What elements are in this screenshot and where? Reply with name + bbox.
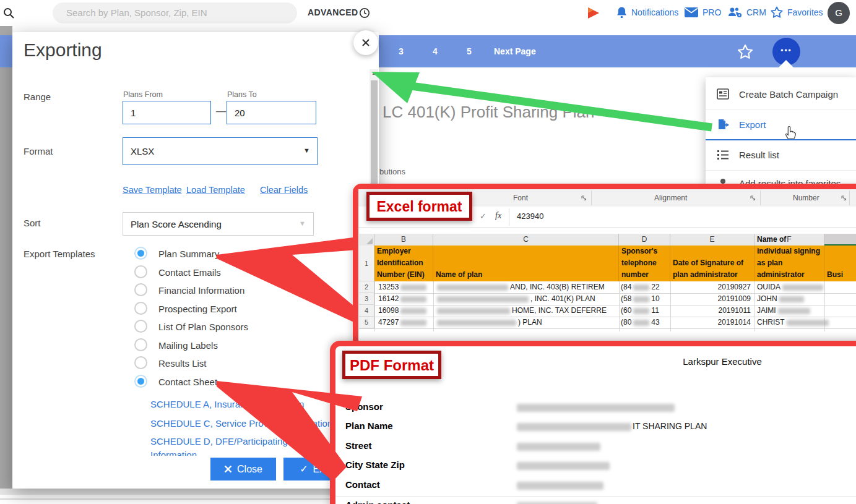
history-clock-icon[interactable]: [359, 7, 370, 19]
cell-phone[interactable]: (5810: [621, 293, 670, 305]
dialog-scrollbar-thumb[interactable]: [371, 80, 378, 184]
cell-ein[interactable]: 16098: [378, 305, 433, 317]
advanced-search-button[interactable]: ADVANCED: [308, 7, 358, 17]
radio-label-results-list[interactable]: Results List: [158, 358, 207, 369]
next-page-button[interactable]: Next Page: [494, 46, 536, 56]
cell-ein[interactable]: 16142: [378, 293, 433, 305]
cell-plan-name[interactable]: HOME, INC. TAX DEFERRE: [435, 305, 618, 317]
page-number-3[interactable]: 3: [399, 46, 404, 56]
radio-label-contact-emails[interactable]: Contact Emails: [158, 267, 221, 278]
nav-favorites[interactable]: Favorites: [787, 7, 823, 17]
search-icon[interactable]: [2, 7, 15, 19]
cell-ein[interactable]: 47297: [378, 317, 433, 328]
redacted: [787, 320, 829, 326]
redacted: [517, 443, 600, 451]
row-header-1[interactable]: 1: [359, 246, 374, 281]
row-header-5[interactable]: 5: [359, 317, 374, 328]
schedule-c-link[interactable]: SCHEDULE C, Service Provider Information: [150, 418, 332, 429]
cell-date[interactable]: 20191011: [670, 305, 751, 317]
radio-label-plan-summary[interactable]: Plan Summary: [158, 249, 219, 259]
fx-icon[interactable]: fx: [495, 211, 501, 221]
schedule-a-link[interactable]: SCHEDULE A, Insurance Information: [150, 399, 304, 409]
dialog-close-button[interactable]: [353, 30, 378, 55]
format-select[interactable]: XLSX: [123, 137, 318, 165]
schedule-d-link[interactable]: SCHEDULE D, DFE/Participating Plan Infor…: [150, 435, 322, 456]
envelope-icon[interactable]: [685, 7, 698, 17]
radio-results-list[interactable]: [134, 356, 147, 369]
column-header-e[interactable]: E: [670, 234, 754, 246]
play-icon[interactable]: [586, 6, 600, 20]
row-header-4[interactable]: 4: [359, 305, 374, 317]
column-header-c[interactable]: C: [433, 234, 619, 246]
menu-item-export[interactable]: Export: [739, 119, 766, 130]
radio-contact-emails[interactable]: [134, 265, 147, 278]
cell-date[interactable]: 20190927: [670, 281, 751, 293]
radio-list-of-plan-sponsors[interactable]: [134, 320, 147, 333]
cell-phone[interactable]: (6011: [621, 305, 670, 317]
search-input[interactable]: Search by Plan, Sponsor, Zip, EIN: [53, 2, 297, 23]
cell-plan-name[interactable]: , INC. 401(K) PLAN: [435, 293, 618, 305]
close-button[interactable]: Close: [210, 458, 276, 481]
header-cell-ein[interactable]: Employer Identification Number (EIN): [374, 246, 433, 281]
radio-label-prospecting-export[interactable]: Prospecting Export: [158, 304, 237, 314]
close-button-label: Close: [237, 464, 262, 475]
batch-campaign-icon: [717, 88, 729, 100]
column-header-d[interactable]: D: [619, 234, 670, 246]
cell-date[interactable]: 20191014: [670, 317, 751, 328]
row-header-2[interactable]: 2: [359, 281, 374, 293]
formula-value[interactable]: 423940: [517, 211, 543, 221]
header-cell-signer-name[interactable]: Name of individual signing as plan admin…: [754, 246, 824, 281]
row-header-3[interactable]: 3: [359, 293, 374, 305]
cell-admin[interactable]: OUIDA: [757, 281, 856, 293]
radio-financial-information[interactable]: [134, 283, 147, 296]
menu-item-create-batch-campaign[interactable]: Create Batch Campaign: [739, 89, 838, 100]
cell-plan-name[interactable]: AND, INC. 403(B) RETIREM: [435, 281, 618, 293]
expander-icon[interactable]: [581, 195, 587, 201]
cell-admin[interactable]: JOHN: [757, 293, 856, 305]
bell-icon[interactable]: [616, 6, 628, 19]
cell-admin[interactable]: JAIMI: [757, 305, 856, 317]
header-cell-plan-name[interactable]: Name of plan: [433, 246, 619, 281]
column-header-b[interactable]: B: [374, 234, 433, 246]
radio-label-contact-sheet[interactable]: Contact Sheet: [158, 377, 217, 387]
cell-phone[interactable]: (8043: [621, 317, 670, 328]
load-template-link[interactable]: Load Template: [186, 185, 245, 195]
radio-label-mailing-labels[interactable]: Mailing Labels: [158, 340, 218, 351]
plans-to-input[interactable]: 20: [227, 101, 316, 124]
radio-prospecting-export[interactable]: [134, 302, 147, 315]
menu-item-result-list[interactable]: Result list: [739, 150, 779, 160]
save-template-link[interactable]: Save Template: [123, 185, 182, 195]
header-cell-phone[interactable]: Sponsor's telephone number: [619, 246, 670, 281]
cell-plan-name[interactable]: ) PLAN: [435, 317, 618, 328]
radio-label-financial-information[interactable]: Financial Information: [158, 285, 244, 296]
cell-phone[interactable]: (8422: [621, 281, 670, 293]
favorite-star-icon[interactable]: [737, 43, 754, 61]
cell-ein[interactable]: 13253: [378, 281, 433, 293]
sort-select[interactable]: Plan Score Ascending: [123, 212, 314, 236]
column-header-g-selected[interactable]: [824, 234, 856, 246]
radio-plan-summary[interactable]: [134, 247, 147, 260]
header-cell-g-partial[interactable]: Busi: [824, 246, 856, 281]
expander-icon[interactable]: [750, 195, 756, 201]
radio-mailing-labels[interactable]: [134, 338, 147, 351]
nav-crm[interactable]: CRM: [746, 7, 766, 17]
crm-people-icon[interactable]: [728, 6, 743, 19]
header-cell-signature-date[interactable]: Date of Signature of plan administrator: [670, 246, 754, 281]
cell-admin[interactable]: CHRIST: [757, 317, 856, 328]
page-number-5[interactable]: 5: [467, 46, 472, 56]
favorites-star-icon[interactable]: [770, 6, 784, 19]
scroll-up-icon[interactable]: ▲: [370, 70, 378, 76]
user-avatar[interactable]: G: [828, 2, 850, 24]
cell-date[interactable]: 20191009: [670, 293, 751, 305]
nav-notifications[interactable]: Notifications: [631, 7, 678, 17]
select-all-cell[interactable]: [359, 234, 374, 246]
expander-icon[interactable]: [841, 195, 847, 201]
formula-check-icon[interactable]: ✓: [480, 211, 486, 221]
clear-fields-link[interactable]: Clear Fields: [260, 185, 308, 195]
sort-label: Sort: [24, 218, 41, 228]
radio-label-list-of-plan-sponsors[interactable]: List Of Plan Sponsors: [158, 322, 248, 332]
radio-contact-sheet[interactable]: [134, 375, 147, 388]
page-number-4[interactable]: 4: [433, 46, 438, 56]
plans-from-input[interactable]: 1: [123, 101, 211, 124]
nav-pro[interactable]: PRO: [703, 7, 721, 17]
